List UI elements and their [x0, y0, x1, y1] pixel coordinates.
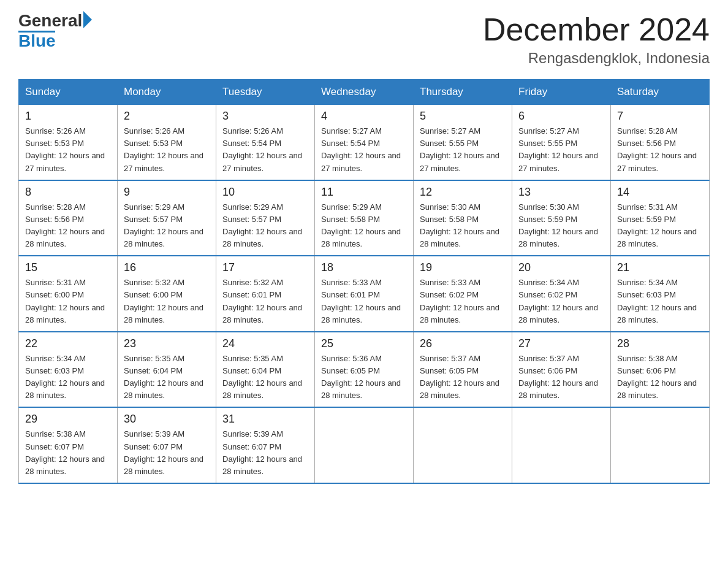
- table-row: 10 Sunrise: 5:29 AMSunset: 5:57 PMDaylig…: [216, 180, 315, 256]
- day-info: Sunrise: 5:39 AMSunset: 6:07 PMDaylight:…: [222, 429, 302, 475]
- title-block: December 2024 Rengasdengklok, Indonesia: [483, 12, 710, 67]
- day-info: Sunrise: 5:31 AMSunset: 6:00 PMDaylight:…: [25, 278, 105, 324]
- day-number: 9: [124, 186, 210, 199]
- day-info: Sunrise: 5:29 AMSunset: 5:58 PMDaylight:…: [321, 202, 401, 248]
- day-number: 28: [617, 337, 703, 350]
- calendar-week-row: 15 Sunrise: 5:31 AMSunset: 6:00 PMDaylig…: [19, 256, 710, 332]
- day-info: Sunrise: 5:30 AMSunset: 5:59 PMDaylight:…: [518, 202, 598, 248]
- col-friday: Friday: [512, 80, 611, 105]
- day-info: Sunrise: 5:34 AMSunset: 6:03 PMDaylight:…: [617, 278, 697, 324]
- day-info: Sunrise: 5:27 AMSunset: 5:54 PMDaylight:…: [321, 126, 401, 172]
- day-number: 22: [25, 337, 111, 350]
- day-number: 29: [25, 413, 111, 426]
- table-row: 1 Sunrise: 5:26 AMSunset: 5:53 PMDayligh…: [19, 105, 118, 180]
- logo-arrow-icon: [83, 11, 92, 28]
- logo-general-text: General: [18, 12, 82, 29]
- table-row: 28 Sunrise: 5:38 AMSunset: 6:06 PMDaylig…: [611, 332, 710, 408]
- day-number: 31: [222, 413, 308, 426]
- day-number: 5: [420, 110, 506, 123]
- table-row: 17 Sunrise: 5:32 AMSunset: 6:01 PMDaylig…: [216, 256, 315, 332]
- day-info: Sunrise: 5:34 AMSunset: 6:03 PMDaylight:…: [25, 354, 105, 400]
- day-number: 13: [518, 186, 604, 199]
- table-row: 2 Sunrise: 5:26 AMSunset: 5:53 PMDayligh…: [118, 105, 216, 180]
- page-header: General Blue December 2024 Rengasdengklo…: [18, 12, 710, 67]
- day-info: Sunrise: 5:27 AMSunset: 5:55 PMDaylight:…: [518, 126, 598, 172]
- logo: General Blue: [18, 12, 92, 50]
- table-row: 29 Sunrise: 5:38 AMSunset: 6:07 PMDaylig…: [19, 407, 118, 483]
- day-info: Sunrise: 5:37 AMSunset: 6:06 PMDaylight:…: [518, 354, 598, 400]
- table-row: [512, 407, 611, 483]
- day-info: Sunrise: 5:35 AMSunset: 6:04 PMDaylight:…: [124, 354, 203, 400]
- day-info: Sunrise: 5:39 AMSunset: 6:07 PMDaylight:…: [124, 429, 203, 475]
- day-info: Sunrise: 5:27 AMSunset: 5:55 PMDaylight:…: [420, 126, 499, 172]
- day-info: Sunrise: 5:35 AMSunset: 6:04 PMDaylight:…: [222, 354, 302, 400]
- table-row: 14 Sunrise: 5:31 AMSunset: 5:59 PMDaylig…: [611, 180, 710, 256]
- day-number: 27: [518, 337, 604, 350]
- day-info: Sunrise: 5:38 AMSunset: 6:06 PMDaylight:…: [617, 354, 697, 400]
- day-info: Sunrise: 5:32 AMSunset: 6:00 PMDaylight:…: [124, 278, 203, 324]
- day-number: 11: [321, 186, 407, 199]
- day-number: 15: [25, 261, 111, 274]
- day-number: 6: [518, 110, 604, 123]
- day-info: Sunrise: 5:33 AMSunset: 6:02 PMDaylight:…: [420, 278, 499, 324]
- table-row: 12 Sunrise: 5:30 AMSunset: 5:58 PMDaylig…: [414, 180, 512, 256]
- day-info: Sunrise: 5:37 AMSunset: 6:05 PMDaylight:…: [420, 354, 499, 400]
- table-row: 11 Sunrise: 5:29 AMSunset: 5:58 PMDaylig…: [315, 180, 414, 256]
- table-row: [611, 407, 710, 483]
- table-row: 18 Sunrise: 5:33 AMSunset: 6:01 PMDaylig…: [315, 256, 414, 332]
- table-row: 7 Sunrise: 5:28 AMSunset: 5:56 PMDayligh…: [611, 105, 710, 180]
- calendar-week-row: 8 Sunrise: 5:28 AMSunset: 5:56 PMDayligh…: [19, 180, 710, 256]
- col-tuesday: Tuesday: [216, 80, 315, 105]
- calendar-week-row: 29 Sunrise: 5:38 AMSunset: 6:07 PMDaylig…: [19, 407, 710, 483]
- calendar-table: Sunday Monday Tuesday Wednesday Thursday…: [18, 79, 710, 484]
- day-number: 14: [617, 186, 703, 199]
- day-info: Sunrise: 5:33 AMSunset: 6:01 PMDaylight:…: [321, 278, 401, 324]
- day-number: 30: [124, 413, 210, 426]
- day-info: Sunrise: 5:38 AMSunset: 6:07 PMDaylight:…: [25, 429, 105, 475]
- logo-blue-text: Blue: [18, 33, 56, 50]
- day-number: 23: [124, 337, 210, 350]
- table-row: 3 Sunrise: 5:26 AMSunset: 5:54 PMDayligh…: [216, 105, 315, 180]
- table-row: 30 Sunrise: 5:39 AMSunset: 6:07 PMDaylig…: [118, 407, 216, 483]
- table-row: 15 Sunrise: 5:31 AMSunset: 6:00 PMDaylig…: [19, 256, 118, 332]
- table-row: 20 Sunrise: 5:34 AMSunset: 6:02 PMDaylig…: [512, 256, 611, 332]
- day-number: 17: [222, 261, 308, 274]
- day-info: Sunrise: 5:26 AMSunset: 5:53 PMDaylight:…: [25, 126, 105, 172]
- table-row: 24 Sunrise: 5:35 AMSunset: 6:04 PMDaylig…: [216, 332, 315, 408]
- table-row: 27 Sunrise: 5:37 AMSunset: 6:06 PMDaylig…: [512, 332, 611, 408]
- table-row: 19 Sunrise: 5:33 AMSunset: 6:02 PMDaylig…: [414, 256, 512, 332]
- day-number: 4: [321, 110, 407, 123]
- day-info: Sunrise: 5:34 AMSunset: 6:02 PMDaylight:…: [518, 278, 598, 324]
- day-number: 26: [420, 337, 506, 350]
- table-row: 16 Sunrise: 5:32 AMSunset: 6:00 PMDaylig…: [118, 256, 216, 332]
- day-info: Sunrise: 5:30 AMSunset: 5:58 PMDaylight:…: [420, 202, 499, 248]
- table-row: 23 Sunrise: 5:35 AMSunset: 6:04 PMDaylig…: [118, 332, 216, 408]
- day-number: 18: [321, 261, 407, 274]
- table-row: 31 Sunrise: 5:39 AMSunset: 6:07 PMDaylig…: [216, 407, 315, 483]
- day-info: Sunrise: 5:29 AMSunset: 5:57 PMDaylight:…: [124, 202, 203, 248]
- col-monday: Monday: [118, 80, 216, 105]
- table-row: 9 Sunrise: 5:29 AMSunset: 5:57 PMDayligh…: [118, 180, 216, 256]
- table-row: 6 Sunrise: 5:27 AMSunset: 5:55 PMDayligh…: [512, 105, 611, 180]
- calendar-header-row: Sunday Monday Tuesday Wednesday Thursday…: [19, 80, 710, 105]
- day-number: 24: [222, 337, 308, 350]
- table-row: 25 Sunrise: 5:36 AMSunset: 6:05 PMDaylig…: [315, 332, 414, 408]
- table-row: 26 Sunrise: 5:37 AMSunset: 6:05 PMDaylig…: [414, 332, 512, 408]
- day-number: 3: [222, 110, 308, 123]
- day-number: 19: [420, 261, 506, 274]
- page-title: December 2024: [483, 12, 710, 47]
- day-info: Sunrise: 5:28 AMSunset: 5:56 PMDaylight:…: [617, 126, 697, 172]
- table-row: [315, 407, 414, 483]
- calendar-week-row: 22 Sunrise: 5:34 AMSunset: 6:03 PMDaylig…: [19, 332, 710, 408]
- day-number: 2: [124, 110, 210, 123]
- table-row: 21 Sunrise: 5:34 AMSunset: 6:03 PMDaylig…: [611, 256, 710, 332]
- day-number: 10: [222, 186, 308, 199]
- day-info: Sunrise: 5:36 AMSunset: 6:05 PMDaylight:…: [321, 354, 401, 400]
- table-row: 5 Sunrise: 5:27 AMSunset: 5:55 PMDayligh…: [414, 105, 512, 180]
- day-number: 7: [617, 110, 703, 123]
- table-row: 22 Sunrise: 5:34 AMSunset: 6:03 PMDaylig…: [19, 332, 118, 408]
- day-number: 1: [25, 110, 111, 123]
- day-info: Sunrise: 5:31 AMSunset: 5:59 PMDaylight:…: [617, 202, 697, 248]
- col-sunday: Sunday: [19, 80, 118, 105]
- day-number: 8: [25, 186, 111, 199]
